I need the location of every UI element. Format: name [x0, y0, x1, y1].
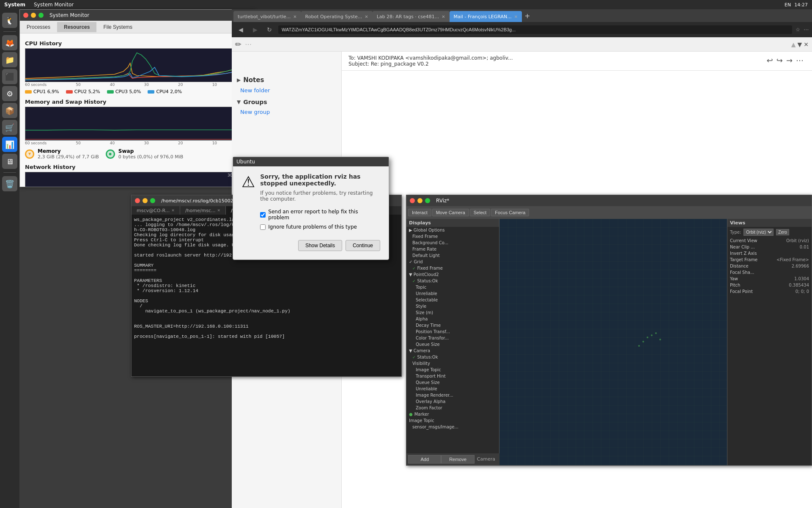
more-btn[interactable]: ⋯ [804, 27, 809, 33]
rviz-tree-color[interactable]: Color Transfor... [406, 335, 499, 341]
rviz-tree-sensor[interactable]: sensor_msgs/Image... [406, 424, 499, 430]
rviz-close[interactable] [410, 198, 415, 203]
new-folder-link[interactable]: New folder [232, 86, 341, 95]
tab-0-close[interactable]: ✕ [293, 14, 296, 19]
rviz-zero-btn[interactable]: Zero [776, 229, 789, 235]
back-button[interactable]: ◀ [235, 24, 246, 35]
browser-tab-1[interactable]: Robot Operating Syste... ✕ [301, 11, 373, 22]
rviz-tree-cam-status[interactable]: ✓ Status:Ok [406, 354, 499, 360]
rviz-tree-bg[interactable]: Background Co... [406, 240, 499, 246]
rviz-tree-marker[interactable]: ● Marker [406, 411, 499, 417]
rviz-tree-global[interactable]: ▶ Global Options [406, 227, 499, 233]
rviz-type-select[interactable]: Orbit (rviz) [743, 229, 774, 236]
nav-processes[interactable]: Processes [20, 22, 57, 32]
groups-section[interactable]: ▼ Groups [232, 95, 341, 107]
browser-tab-2[interactable]: Lab 28: AR tags · cse481... ✕ [373, 11, 450, 22]
terminal-tab-0[interactable]: mscv@CO-R... ✕ [132, 206, 180, 215]
dock-sysmon[interactable]: 📊 [2, 137, 17, 152]
rviz-tree-decay[interactable]: Decay Time [406, 322, 499, 329]
rviz-tree-style[interactable]: Style [406, 303, 499, 309]
dock-package[interactable]: 📦 [2, 103, 17, 118]
rviz-tree-grid[interactable]: ✓ Grid [406, 259, 499, 265]
terminal-tab-1-close[interactable]: ✕ [217, 208, 221, 213]
rviz-viewport[interactable] [499, 219, 727, 465]
rviz-tree-topic[interactable]: Topic [406, 284, 499, 290]
rviz-remove-btn[interactable]: Remove [441, 455, 474, 464]
show-details-button[interactable]: Show Details [298, 240, 342, 251]
rviz-tree-transport[interactable]: Transport Hint [406, 373, 499, 379]
rviz-tree-unreliable2[interactable]: Unreliable [406, 386, 499, 392]
rviz-tree-pointcloud[interactable]: ▼ PointCloud2 [406, 271, 499, 278]
send-report-checkbox[interactable] [260, 212, 266, 218]
dock-firefox[interactable]: 🦊 [2, 35, 17, 50]
forward-button[interactable]: ▶ [250, 24, 261, 35]
system-menu[interactable]: System [0, 2, 30, 8]
new-tab-button[interactable]: + [522, 12, 532, 20]
dock-ubuntu[interactable]: 🐧 [2, 13, 17, 28]
browser-tab-0[interactable]: turtlebot_vibot/turtle... ✕ [233, 11, 301, 22]
more-options[interactable]: ⋯ [245, 40, 252, 48]
browser-tab-3[interactable]: Mail - François LEGRAN... ✕ [450, 11, 522, 22]
close-mail[interactable]: ✕ [804, 41, 809, 48]
rviz-tree-renderer[interactable]: Image Renderer... [406, 392, 499, 398]
tab-2-close[interactable]: ✕ [442, 14, 445, 19]
compose-btn[interactable]: ✏️ [235, 40, 241, 49]
ignore-future-checkbox[interactable] [260, 224, 266, 230]
new-group-link[interactable]: New group [232, 107, 341, 117]
mail-reply-btn[interactable]: ↩ [767, 56, 773, 65]
close-button[interactable] [23, 13, 28, 18]
mail-forward-btn[interactable]: → [786, 56, 793, 65]
rviz-tree-grid-fixed[interactable]: ✓ Fixed Frame [406, 265, 499, 271]
notes-section[interactable]: ▶ Notes [232, 73, 341, 86]
rviz-tool-interact[interactable]: Interact [408, 209, 431, 216]
terminal-min[interactable] [143, 198, 148, 203]
maximize-button[interactable] [38, 13, 44, 18]
rviz-tree-framerate[interactable]: Frame Rate [406, 246, 499, 252]
rviz-tree-position[interactable]: Position Transf... [406, 329, 499, 335]
nav-filesystems[interactable]: File Systems [96, 22, 139, 32]
terminal-tab-1[interactable]: /home/msc... ✕ [180, 206, 226, 215]
rviz-tree-overlay[interactable]: Overlay Alpha [406, 398, 499, 405]
dock-display[interactable]: 🖥 [2, 154, 17, 169]
mail-more-btn[interactable]: ⋯ [796, 56, 804, 65]
rviz-tool-move[interactable]: Move Camera [432, 209, 469, 216]
dock-files[interactable]: 📁 [2, 52, 17, 67]
rviz-tree-fixed-frame[interactable]: Fixed Frame [406, 233, 499, 240]
rviz-tree-size[interactable]: Size (m) [406, 309, 499, 316]
terminal-tab-0-close[interactable]: ✕ [171, 208, 175, 213]
rviz-max[interactable] [425, 198, 430, 203]
tab-1-close[interactable]: ✕ [365, 14, 368, 19]
rviz-tree-image-topic2[interactable]: Image Topic [406, 417, 499, 424]
rviz-tree-zoom[interactable]: Zoom Factor [406, 405, 499, 411]
nav-resources[interactable]: Resources [57, 22, 96, 32]
rviz-tree-queue[interactable]: Queue Size [406, 341, 499, 348]
rviz-tree-default-light[interactable]: Default Light [406, 252, 499, 259]
dock-terminal[interactable]: ⬛ [2, 69, 17, 84]
dock-store[interactable]: 🛒 [2, 120, 17, 135]
tab-3-close[interactable]: ✕ [514, 14, 518, 19]
continue-button[interactable]: Continue [346, 240, 380, 251]
rviz-tree-unreliable[interactable]: Unreliable [406, 290, 499, 297]
rviz-tree-alpha[interactable]: Alpha [406, 316, 499, 322]
rviz-add-btn[interactable]: Add [408, 455, 441, 464]
terminal-max[interactable] [150, 198, 155, 203]
dock-settings[interactable]: ⚙️ [2, 86, 17, 101]
rviz-tree-selectable[interactable]: Selectable [406, 297, 499, 303]
address-input[interactable] [278, 25, 792, 34]
next-arrow[interactable]: ▼ [797, 41, 802, 48]
refresh-button[interactable]: ↻ [264, 24, 275, 35]
prev-arrow[interactable]: ▲ [791, 41, 796, 48]
bookmark-btn[interactable]: ☆ [796, 27, 800, 33]
rviz-tree-queue2[interactable]: Queue Size [406, 379, 499, 386]
rviz-min[interactable] [417, 198, 422, 203]
rviz-tree-image-topic[interactable]: Image Topic [406, 367, 499, 373]
rviz-tree-visibility[interactable]: Visibility [406, 360, 499, 367]
dock-trash[interactable]: 🗑️ [2, 176, 17, 191]
terminal-close[interactable] [135, 198, 140, 203]
rviz-tree-pc-status[interactable]: ✓ Status:Ok [406, 278, 499, 284]
minimize-button[interactable] [31, 13, 36, 18]
rviz-tree-camera[interactable]: ▼ Camera [406, 348, 499, 354]
rviz-tool-select[interactable]: Select [470, 209, 491, 216]
rviz-tool-focus[interactable]: Focus Camera [491, 209, 529, 216]
mail-forward-all-btn[interactable]: ↪ [776, 56, 783, 65]
